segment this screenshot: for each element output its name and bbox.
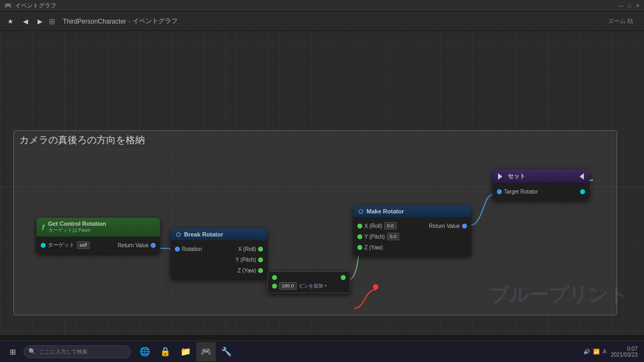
forward-nav-button[interactable]: ▶ [34, 17, 46, 26]
search-icon: 🔍 [28, 348, 36, 355]
yaw-pin-out [258, 268, 263, 273]
start-button[interactable]: ⊞ [2, 342, 24, 361]
taskbar: ⊞ 🔍 ここに入力して検索 🌐 🔒 📁 🎮 🔧 🔊 📶 A 0:07 2021/… [0, 341, 644, 362]
back-nav-button[interactable]: ◀ [20, 17, 31, 26]
battery-icon: A [603, 349, 606, 354]
breadcrumb-item-2[interactable]: イベントグラフ [133, 17, 178, 26]
node-set-target-row: Target Rotator [493, 186, 589, 197]
pitch-label: Y (Pitch) [236, 257, 256, 263]
node-make-rotator[interactable]: ⬡ Make Rotator X (Roll) 0.0 Return Value… [353, 205, 471, 256]
node-mr-pitch-row: Y (Pitch) 0.0 [353, 231, 471, 242]
mr-roll-in [357, 224, 362, 228]
breadcrumb: ThirdPersonCharacter › イベントグラフ [63, 17, 178, 26]
comment-box-title: カメラの真後ろの方向を格納 [16, 130, 148, 150]
node-add-top-row [272, 275, 346, 280]
node-set[interactable]: セット Target Rotator [493, 169, 589, 200]
add-top-in [272, 275, 277, 280]
yaw-label: Z (Yaw) [238, 268, 256, 274]
pitch-pin-out [258, 257, 263, 262]
mr-yaw-in [357, 245, 362, 250]
node-mr-roll-row: X (Roll) 0.0 Return Value [353, 220, 471, 231]
clock-time: 0:07 [611, 346, 638, 352]
volume-icon: 📶 [593, 349, 599, 354]
roll-pin-out [258, 247, 263, 252]
add-value[interactable]: 180.0 [279, 282, 297, 290]
node-br-header: ⬡ Break Rotator [171, 228, 267, 240]
taskbar-app-explorer[interactable]: 🌐 [135, 342, 155, 361]
taskbar-search[interactable]: 🔍 ここに入力して検索 [24, 345, 131, 358]
zoom-label: ズーム 桔 [608, 17, 633, 25]
target-pin-in [41, 243, 46, 248]
rotation-label: Rotation [182, 246, 202, 252]
node-mr-title: Make Rotator [367, 208, 404, 215]
node-gcr-subtitle: ターゲットは Pawn [48, 227, 106, 234]
breadcrumb-separator: › [128, 18, 130, 25]
make-icon: ⬡ [358, 209, 363, 215]
mr-yaw-label: Z (Yaw) [364, 245, 383, 250]
break-icon: ⬡ [176, 232, 181, 238]
mr-roll-value[interactable]: 0.0 [384, 222, 397, 230]
network-icon: 🔊 [583, 349, 590, 354]
mr-return-out [462, 224, 467, 228]
taskbar-app-edge[interactable]: 🔒 [156, 342, 175, 361]
rotation-pin-in [175, 247, 180, 252]
node-mr-header: ⬡ Make Rotator [353, 205, 471, 217]
node-br-title: Break Rotator [184, 231, 223, 238]
node-set-body: Target Rotator [493, 183, 589, 200]
node-mr-body: X (Roll) 0.0 Return Value Y (Pitch) 0.0 … [353, 217, 471, 256]
app-icon: 🎮 [4, 2, 12, 9]
mr-pitch-value[interactable]: 0.0 [387, 233, 399, 240]
return-pin-out [151, 243, 156, 248]
taskbar-app-tool[interactable]: 🔧 [217, 342, 236, 361]
add-out [341, 275, 346, 280]
return-label: Return Value [118, 242, 149, 248]
search-placeholder: ここに入力して検索 [39, 348, 87, 356]
mr-pitch-in [357, 234, 362, 239]
node-get-control-rotation[interactable]: ƒ Get Control Rotation ターゲットは Pawn ターゲット… [36, 218, 160, 254]
node-break-rotator[interactable]: ⬡ Break Rotator Rotation X (Roll) Y (Pit… [171, 228, 267, 279]
window-controls[interactable]: — □ ✕ [618, 3, 640, 9]
set-out [580, 189, 585, 194]
set-target-in [497, 189, 502, 194]
node-add-val-row: 180.0 ピンを追加 + [272, 282, 346, 290]
clock: 0:07 2021/03/23 [611, 346, 638, 358]
title-bar: 🎮 イベントグラフ — □ ✕ [0, 0, 644, 12]
breadcrumb-item-1[interactable]: ThirdPersonCharacter [63, 18, 126, 25]
window-title: イベントグラフ [15, 2, 618, 10]
minimize-btn[interactable]: — [618, 3, 624, 9]
system-icons: 🔊 📶 A [583, 349, 606, 354]
node-set-header: セット [493, 169, 589, 183]
blueprint-canvas[interactable]: カメラの真後ろの方向を格納 ƒ Get Control Rotation ターゲ… [0, 31, 644, 335]
node-gcr-title: Get Control Rotation [48, 220, 106, 227]
set-exec-out [580, 173, 584, 180]
set-exec-in [498, 173, 502, 180]
node-gcr-body: ターゲット self Return Value [36, 237, 160, 254]
mr-pitch-label: Y (Pitch) [364, 234, 385, 240]
node-br-rotation-row: Rotation X (Roll) [171, 243, 267, 254]
node-gcr-target-row: ターゲット self Return Value [36, 240, 160, 250]
node-gcr-header: ƒ Get Control Rotation ターゲットは Pawn [36, 218, 160, 237]
grid-icon: ⊞ [49, 17, 55, 26]
add-pin-label[interactable]: ピンを追加 + [299, 283, 327, 290]
roll-label: X (Roll) [238, 246, 256, 252]
node-br-yaw-row: Z (Yaw) [171, 265, 267, 276]
function-icon: ƒ [42, 224, 45, 230]
set-target-label: Target Rotator [504, 189, 538, 195]
target-label: ターゲット [48, 241, 75, 249]
taskbar-apps: 🌐 🔒 📁 🎮 🔧 [135, 342, 236, 361]
clock-date: 2021/03/23 [611, 352, 638, 358]
node-add-body: 180.0 ピンを追加 + [268, 272, 350, 293]
maximize-btn[interactable]: □ [628, 3, 631, 9]
node-br-body: Rotation X (Roll) Y (Pitch) Z (Yaw) [171, 240, 267, 279]
node-add-float[interactable]: 180.0 ピンを追加 + [267, 271, 350, 293]
toolbar: ★ ◀ ▶ ⊞ ThirdPersonCharacter › イベントグラフ ズ… [0, 12, 644, 31]
taskbar-app-folder[interactable]: 📁 [176, 342, 195, 361]
back-button[interactable]: ★ [4, 17, 17, 26]
add-val-in [272, 284, 277, 289]
mr-return-label: Return Value [429, 223, 460, 229]
node-set-title: セット [508, 172, 525, 180]
node-br-pitch-row: Y (Pitch) [171, 254, 267, 265]
mr-roll-label: X (Roll) [364, 223, 382, 229]
taskbar-app-ue[interactable]: 🎮 [196, 342, 216, 361]
close-btn[interactable]: ✕ [635, 3, 640, 9]
